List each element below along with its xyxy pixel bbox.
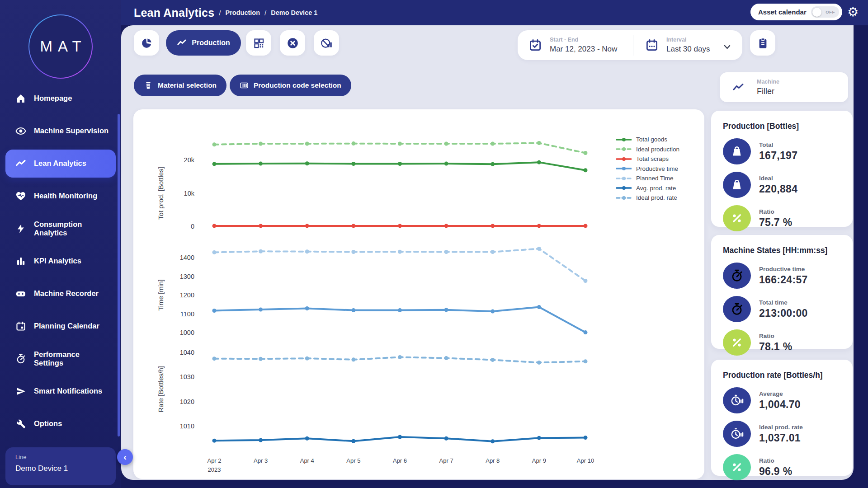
top-header: Lean Analytics / Production / Demo Devic… — [0, 0, 868, 25]
stat-label: Ratio — [759, 457, 792, 464]
svg-text:1010: 1010 — [180, 422, 194, 430]
material-selection-button[interactable]: Material selection — [134, 75, 226, 96]
legend-item[interactable]: Ideal prod. rate — [616, 193, 679, 203]
production-code-selection-button[interactable]: Production code selection — [230, 75, 351, 96]
legend-marker — [616, 157, 632, 161]
stat-label: Ratio — [759, 333, 792, 339]
stat-value: 166:24:57 — [759, 274, 808, 286]
sidebar-item-performance-settings[interactable]: Performance Settings — [0, 343, 121, 375]
legend-item[interactable]: Avg. prod. rate — [616, 183, 679, 193]
asset-calendar-label: Asset calendar — [758, 8, 807, 16]
asset-calendar-switch[interactable]: OFF — [811, 6, 839, 18]
svg-text:1200: 1200 — [180, 291, 194, 299]
settings-gear-icon[interactable]: ⚙ — [847, 4, 859, 20]
wrench-icon — [15, 418, 26, 429]
device-selector-card[interactable]: Line Demo Device 1 — [5, 447, 116, 485]
production-rate-panel: Production rate [Bottles/h] Average1,004… — [711, 360, 853, 476]
sidebar-item-machine-supervision[interactable]: Machine Supervision — [0, 115, 121, 147]
downtime-chart-button[interactable] — [314, 30, 339, 56]
percent-icon — [723, 329, 751, 356]
sidebar-item-machine-recorder[interactable]: Machine Recorder — [0, 277, 121, 310]
x-axis-labels: Apr 22023Apr 3Apr 4Apr 5Apr 6Apr 7Apr 8A… — [133, 456, 613, 476]
panel-title: Machine States [HH:mm:ss] — [723, 246, 853, 255]
device-type-label: Line — [15, 454, 116, 460]
stopwatch-icon — [723, 263, 751, 289]
svg-text:1400: 1400 — [180, 254, 194, 261]
trend-line-icon — [177, 38, 187, 48]
sidebar-scrollbar[interactable] — [118, 114, 120, 436]
sidebar-item-label: Consumption Analytics — [34, 220, 110, 238]
clockrate-icon — [723, 387, 751, 413]
sidebar-item-planning-calendar[interactable]: Planning Calendar — [0, 310, 121, 343]
toggle-state-label: OFF — [826, 9, 835, 14]
svg-text:1040: 1040 — [180, 349, 194, 356]
asset-calendar-toggle-pill[interactable]: Asset calendar OFF — [750, 4, 842, 20]
svg-text:1300: 1300 — [180, 273, 194, 280]
breadcrumb-production[interactable]: Production — [226, 9, 260, 16]
sidebar-item-options[interactable]: Options — [0, 408, 121, 440]
legend-item[interactable]: Ideal production — [616, 145, 679, 155]
legend-label: Productive time — [636, 165, 678, 172]
legend-item[interactable]: Total scraps — [616, 154, 679, 164]
sidebar-item-health-monitoring[interactable]: Health Monitoring — [0, 180, 121, 212]
stat-row-total: Total167,197 — [723, 138, 853, 164]
qr-code-button[interactable] — [246, 30, 271, 56]
legend-item[interactable]: Total goods — [616, 135, 679, 145]
stat-row-average: Average1,004.70 — [723, 387, 853, 413]
sidebar-item-label: Options — [34, 419, 110, 428]
sidebar-item-label: Health Monitoring — [34, 192, 110, 200]
chart-2: 1010102010301040Rate [Bottles/h] — [133, 343, 614, 459]
legend-item[interactable]: Productive time — [616, 164, 679, 174]
legend-label: Ideal prod. rate — [636, 194, 677, 201]
legend-marker — [616, 186, 632, 190]
line-charts: 010k20kTot prod. [Bottles]10001100120013… — [133, 116, 614, 459]
calendar-icon — [15, 321, 26, 332]
legend-marker — [616, 137, 632, 142]
date-range-picker[interactable]: Start - End Mar 12, 2023 - Now — [528, 30, 617, 60]
interval-value: Last 30 days — [666, 45, 710, 54]
breadcrumb-device[interactable]: Demo Device 1 — [271, 9, 317, 16]
interval-picker[interactable]: Interval Last 30 days — [645, 30, 731, 60]
svg-text:Rate [Bottles/h]: Rate [Bottles/h] — [157, 366, 165, 413]
percent-icon — [723, 454, 751, 480]
x-axis-tick: Apr 6 — [393, 456, 407, 465]
machine-trend-icon — [731, 82, 745, 93]
sidebar-item-lean-analytics[interactable]: Lean Analytics — [5, 150, 116, 178]
machine-selector-card[interactable]: Machine Filler — [720, 72, 848, 102]
sidebar-item-smart-notifications[interactable]: Smart Notifications — [0, 375, 121, 408]
x-axis-tick: Apr 9 — [532, 456, 546, 465]
scraps-view-button[interactable] — [280, 30, 305, 56]
page-title: Lean Analytics — [134, 6, 214, 19]
x-axis-tick: Apr 8 — [486, 456, 500, 465]
stat-value: 167,197 — [759, 150, 797, 162]
svg-text:1020: 1020 — [180, 398, 194, 405]
breadcrumb: Lean Analytics / Production / Demo Devic… — [134, 0, 317, 25]
stat-label: Productive time — [759, 266, 808, 272]
legend-item[interactable]: Planned Time — [616, 174, 679, 183]
x-circle-icon — [287, 37, 299, 49]
sidebar-item-label: Homepage — [34, 94, 110, 103]
stopwatch-icon — [15, 353, 26, 364]
material-filter-icon — [144, 81, 153, 90]
machine-label: Machine — [757, 79, 779, 85]
home-icon — [15, 93, 26, 104]
breadcrumb-separator: / — [219, 9, 221, 17]
legend-label: Planned Time — [636, 175, 674, 182]
stat-label: Total — [759, 141, 797, 148]
svg-text:Time [min]: Time [min] — [157, 279, 165, 310]
breadcrumb-separator: / — [264, 9, 266, 17]
production-tab-label: Production — [192, 39, 230, 47]
pie-view-button[interactable] — [134, 30, 159, 56]
calendar-dots-icon — [645, 38, 659, 52]
date-range-value: Mar 12, 2023 - Now — [550, 45, 617, 54]
stat-label: Total time — [759, 299, 808, 306]
sidebar-item-homepage[interactable]: Homepage — [0, 82, 121, 115]
sidebar-item-consumption-analytics[interactable]: Consumption Analytics — [0, 212, 121, 245]
production-tab-button[interactable]: Production — [166, 30, 241, 56]
report-clipboard-button[interactable] — [750, 30, 775, 56]
sidebar-item-label: Performance Settings — [34, 350, 110, 368]
sidebar-item-label: Lean Analytics — [34, 159, 110, 168]
stat-value: 220,884 — [759, 183, 797, 195]
sidebar-collapse-button[interactable]: ‹ — [117, 449, 133, 465]
sidebar-item-kpi-analytics[interactable]: KPI Analytics — [0, 245, 121, 277]
